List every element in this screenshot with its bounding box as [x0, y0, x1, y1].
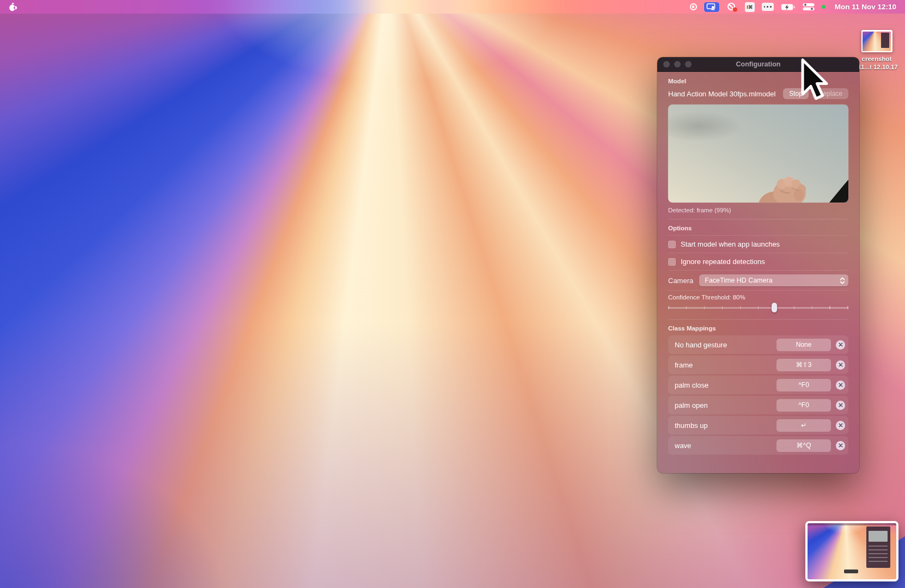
control-center-icon[interactable] — [803, 3, 815, 11]
mapping-row-frame: frame ⌘⇧3 — [668, 356, 848, 374]
mini-config-window — [866, 526, 890, 568]
mapping-row-thumbs-up: thumbs up ↵ — [668, 416, 848, 434]
mapping-row-palm-open: palm open ^F0 — [668, 396, 848, 414]
camera-preview — [668, 105, 848, 203]
mini-dock-pill — [844, 569, 858, 573]
shortcut-badge[interactable]: ^F0 — [776, 399, 831, 412]
confidence-threshold-label: Confidence Threshold: 80% — [668, 294, 848, 301]
file-thumbnail — [861, 30, 892, 52]
clear-shortcut-button[interactable] — [836, 401, 845, 410]
configuration-window: Configuration Model Hand Action Model 30… — [657, 57, 859, 473]
x-icon — [839, 403, 843, 407]
shortcut-badge[interactable]: ⌘^Q — [776, 439, 831, 452]
shortcut-badge[interactable]: ↵ — [776, 419, 831, 432]
close-button[interactable] — [663, 61, 670, 68]
record-indicator-icon[interactable] — [690, 3, 697, 10]
screenshot-floating-preview[interactable] — [805, 521, 898, 581]
x-icon — [839, 363, 843, 367]
menu-bar-clock[interactable]: Mon 11 Nov 12:10 — [835, 3, 896, 11]
option-row-ignore-repeated: Ignore repeated detections — [668, 253, 848, 270]
input-source-icon[interactable]: I⌘ — [745, 2, 755, 12]
camera-row: Camera FaceTime HD Camera — [668, 271, 848, 290]
window-titlebar[interactable]: Configuration — [657, 57, 859, 72]
apple-icon — [9, 2, 17, 11]
options-section-label: Options — [668, 225, 848, 231]
mouse-cursor-arrow — [800, 58, 829, 105]
model-name: Hand Action Model 30fps.mlmodel — [668, 90, 783, 98]
clear-shortcut-button[interactable] — [836, 421, 845, 430]
minimize-button[interactable] — [674, 61, 681, 68]
mapping-row-palm-close: palm close ^F0 — [668, 376, 848, 394]
class-mappings-label: Class Mappings — [668, 325, 848, 332]
clear-shortcut-button[interactable] — [836, 340, 845, 350]
x-icon — [839, 443, 843, 448]
status-green-dot — [822, 5, 825, 9]
checkbox-ignore-repeated[interactable] — [668, 258, 676, 266]
battery-icon[interactable] — [781, 3, 796, 11]
x-icon — [839, 423, 843, 427]
detection-status: Detected: frame (99%) — [668, 207, 848, 213]
shortcut-badge[interactable]: ⌘⇧3 — [776, 359, 831, 371]
clear-shortcut-button[interactable] — [836, 441, 845, 450]
mini-menubar — [808, 523, 896, 525]
option-row-start-model: Start model when app launches — [668, 236, 848, 253]
shortcut-badge[interactable]: None — [776, 339, 831, 351]
mapping-row-no-hand-gesture: No hand gesture None — [668, 335, 848, 354]
confidence-slider[interactable] — [668, 302, 848, 314]
shortcut-badge[interactable]: ^F0 — [776, 379, 831, 391]
screen-mirroring-icon[interactable] — [704, 2, 719, 12]
mapping-row-wave: wave ⌘^Q — [668, 436, 848, 455]
apple-menu[interactable] — [9, 2, 17, 11]
menu-bar: I⌘ Mon 11 Nov 12:10 — [0, 0, 905, 14]
camera-popup[interactable]: FaceTime HD Camera — [699, 274, 848, 286]
clear-shortcut-button[interactable] — [836, 360, 845, 370]
keyboard-icon[interactable] — [762, 3, 774, 11]
zoom-button[interactable] — [685, 61, 692, 68]
camera-app-badge-icon[interactable] — [726, 2, 738, 13]
checkbox-start-model[interactable] — [668, 241, 676, 248]
x-icon — [839, 342, 843, 347]
slider-knob[interactable] — [772, 303, 777, 313]
chevron-up-down-icon — [838, 277, 846, 285]
x-icon — [839, 383, 843, 387]
clear-shortcut-button[interactable] — [836, 381, 845, 390]
